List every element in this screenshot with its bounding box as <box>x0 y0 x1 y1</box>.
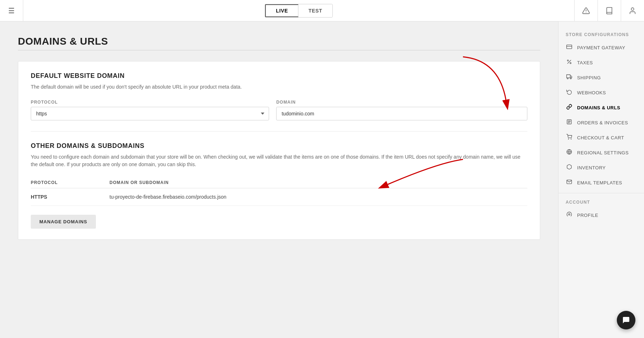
domain-group: DOMAIN <box>276 100 527 120</box>
sidebar-item-taxes[interactable]: TAXES <box>558 55 644 70</box>
profile-icon <box>566 212 573 219</box>
sidebar-item-shipping[interactable]: SHIPPING <box>558 70 644 85</box>
menu-button-container[interactable]: ☰ <box>0 0 23 21</box>
domains-urls-icon <box>566 104 573 111</box>
svg-point-18 <box>568 139 569 139</box>
email-templates-icon <box>566 179 573 186</box>
sidebar-item-inventory[interactable]: INVENTORY <box>558 160 644 175</box>
taxes-label: TAXES <box>577 60 593 65</box>
domains-urls-label: DOMAINS & URLS <box>577 105 620 110</box>
svg-marker-11 <box>570 76 572 78</box>
sidebar-divider <box>558 193 644 193</box>
sidebar-item-regional-settings[interactable]: REGIONAL SETTINGS <box>558 145 644 160</box>
svg-rect-10 <box>567 75 570 78</box>
book-button[interactable] <box>597 0 621 21</box>
row-protocol: HTTPS <box>31 194 102 200</box>
payment-gateway-label: PAYMENT GATEWAY <box>577 45 625 50</box>
profile-label: PROFILE <box>577 213 598 218</box>
chat-icon <box>622 316 630 324</box>
user-button[interactable] <box>621 0 644 21</box>
domain-input[interactable] <box>276 107 527 120</box>
orders-invoices-icon <box>566 119 573 126</box>
protocol-select[interactable]: https http <box>31 107 269 120</box>
default-domain-title: DEFAULT WEBSITE DOMAIN <box>31 72 527 80</box>
top-nav: ☰ LIVE TEST <box>0 0 644 21</box>
default-domain-form-container: PROTOCOL https http DOMAIN <box>31 100 527 120</box>
other-domains-desc: You need to configure each domain and su… <box>31 153 527 168</box>
book-icon <box>605 7 613 15</box>
sidebar-item-webhooks[interactable]: WEBHOOKS <box>558 85 644 100</box>
domain-label: DOMAIN <box>276 100 527 105</box>
svg-point-2 <box>631 8 634 10</box>
test-tab[interactable]: TEST <box>298 4 332 17</box>
protocol-group: PROTOCOL https http <box>31 100 269 120</box>
webhooks-label: WEBHOOKS <box>577 90 606 95</box>
page-title: DOMAINS & URLS <box>18 36 540 47</box>
right-sidebar: STORE CONFIGURATIONS PAYMENT GATEWAY TAX… <box>558 21 644 338</box>
other-domains-table-container: PROTOCOL DOMAIN OR SUBDOMAIN HTTPS tu-pr… <box>31 177 527 206</box>
chat-button[interactable] <box>617 311 635 329</box>
inventory-icon <box>566 164 573 171</box>
default-domain-desc: The default domain will be used if you d… <box>31 83 527 91</box>
sidebar-item-payment-gateway[interactable]: PAYMENT GATEWAY <box>558 40 644 55</box>
orders-invoices-label: ORDERS & INVOICES <box>577 120 628 125</box>
svg-rect-5 <box>567 45 572 49</box>
svg-line-7 <box>567 60 571 63</box>
svg-point-9 <box>570 63 571 64</box>
svg-point-8 <box>567 60 569 61</box>
sidebar-item-profile[interactable]: PROFILE <box>558 208 644 223</box>
svg-point-19 <box>571 139 571 139</box>
payment-gateway-icon <box>566 44 573 51</box>
env-tabs: LIVE TEST <box>265 4 333 18</box>
protocol-label: PROTOCOL <box>31 100 269 105</box>
shipping-label: SHIPPING <box>577 75 601 80</box>
top-nav-right <box>574 0 644 21</box>
account-label: ACCOUNT <box>558 196 644 208</box>
checkout-cart-label: CHECKOUT & CART <box>577 135 624 140</box>
sidebar-item-checkout-cart[interactable]: CHECKOUT & CART <box>558 130 644 145</box>
sidebar-item-domains-urls[interactable]: DOMAINS & URLS <box>558 100 644 115</box>
col-domain-header: DOMAIN OR SUBDOMAIN <box>109 180 527 185</box>
taxes-icon <box>566 59 573 66</box>
table-row: HTTPS tu-proyecto-de-firebase.firebaseio… <box>31 188 527 206</box>
svg-point-22 <box>569 214 570 215</box>
env-tab-group: LIVE TEST <box>23 4 574 18</box>
sidebar-item-email-templates[interactable]: EMAIL TEMPLATES <box>558 175 644 190</box>
regional-settings-label: REGIONAL SETTINGS <box>577 150 629 155</box>
title-divider <box>18 50 540 50</box>
store-configs-label: STORE CONFIGURATIONS <box>558 29 644 40</box>
col-protocol-header: PROTOCOL <box>31 180 102 185</box>
content-area: DOMAINS & URLS DEFAULT WEBSITE DOMAIN Th… <box>0 21 558 338</box>
section-divider <box>31 131 527 131</box>
shipping-icon <box>566 74 573 81</box>
inventory-label: INVENTORY <box>577 165 606 170</box>
domains-card: DEFAULT WEBSITE DOMAIN The default domai… <box>18 61 540 240</box>
email-templates-label: EMAIL TEMPLATES <box>577 180 622 185</box>
live-tab[interactable]: LIVE <box>265 4 298 17</box>
svg-point-13 <box>570 78 571 79</box>
regional-settings-icon <box>566 149 573 156</box>
alert-button[interactable] <box>574 0 597 21</box>
table-header: PROTOCOL DOMAIN OR SUBDOMAIN <box>31 177 527 188</box>
default-domain-form-row: PROTOCOL https http DOMAIN <box>31 100 527 120</box>
manage-domains-button[interactable]: MANAGE DOMAINS <box>31 215 96 229</box>
alert-icon <box>582 7 590 15</box>
main-layout: DOMAINS & URLS DEFAULT WEBSITE DOMAIN Th… <box>0 21 644 338</box>
hamburger-icon[interactable]: ☰ <box>8 6 15 15</box>
checkout-cart-icon <box>566 134 573 141</box>
user-icon <box>629 7 636 15</box>
sidebar-item-orders-invoices[interactable]: ORDERS & INVOICES <box>558 115 644 130</box>
webhooks-icon <box>566 89 573 96</box>
other-domains-title: OTHER DOMAINS & SUBDOMAINS <box>31 142 527 150</box>
svg-point-12 <box>567 78 568 79</box>
row-domain: tu-proyecto-de-firebase.firebaseio.com/p… <box>109 194 527 200</box>
